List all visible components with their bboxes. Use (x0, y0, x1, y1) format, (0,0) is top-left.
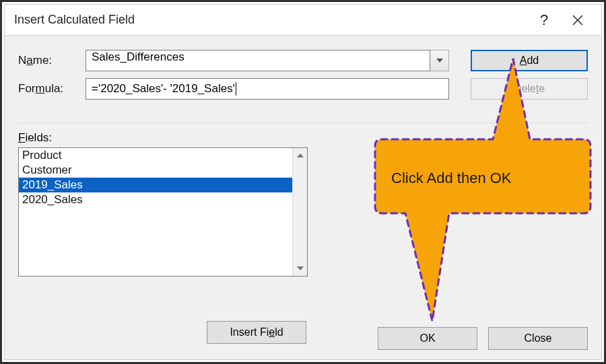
svg-marker-4 (297, 266, 304, 270)
name-value-text: Sales_Differences (92, 50, 184, 63)
button-label: OK (419, 332, 435, 344)
add-button[interactable]: Add (471, 50, 588, 71)
delete-button: Delete (471, 78, 588, 100)
name-input[interactable]: Sales_Differences (86, 50, 430, 71)
chevron-up-icon (297, 153, 304, 157)
svg-marker-2 (436, 59, 443, 63)
close-button[interactable]: Close (488, 327, 588, 350)
fields-listbox[interactable]: ProductCustomer2019_Sales2020_Sales (18, 147, 308, 277)
label-text: F (18, 131, 25, 144)
ok-button[interactable]: OK (378, 327, 477, 350)
label-text: me: (33, 54, 52, 67)
label-text: ula: (45, 82, 63, 95)
label-text: N (18, 54, 26, 67)
list-item[interactable]: Product (19, 148, 292, 163)
formula-value-text: ='2020_Sales'- '2019_Sales' (92, 82, 235, 96)
separator (18, 122, 588, 123)
chevron-down-icon (297, 266, 304, 270)
button-label: Dele (514, 83, 536, 94)
list-item[interactable]: 2019_Sales (19, 178, 292, 192)
text-caret (236, 82, 236, 96)
close-x-button[interactable] (561, 5, 595, 35)
fields-label: Fields: (18, 131, 588, 145)
button-label: Close (525, 332, 552, 344)
button-label: e (269, 326, 275, 338)
list-item[interactable]: Customer (19, 163, 292, 178)
formula-label: Formula: (18, 82, 86, 96)
name-dropdown-button[interactable] (430, 50, 449, 71)
button-label: Insert Fi (230, 326, 269, 338)
insert-field-button[interactable]: Insert Field (207, 321, 306, 344)
titlebar: Insert Calculated Field ? (5, 5, 601, 36)
scrollbar[interactable] (292, 148, 307, 276)
close-icon (572, 15, 583, 26)
label-text: m (36, 82, 45, 95)
help-icon: ? (540, 11, 548, 29)
name-label: Name: (18, 54, 86, 67)
button-label: e (539, 83, 545, 94)
label-text: ields: (25, 131, 52, 144)
formula-input[interactable]: ='2020_Sales'- '2019_Sales' (86, 78, 449, 100)
button-label: ld (275, 326, 283, 338)
dialog-insert-calculated-field: Insert Calculated Field ? Name: (4, 4, 602, 360)
scroll-down-button[interactable] (293, 261, 307, 276)
label-text: a (26, 54, 32, 67)
button-label: A (520, 54, 527, 66)
svg-marker-3 (297, 153, 304, 157)
dialog-title: Insert Calculated Field (14, 13, 527, 27)
help-button[interactable]: ? (527, 5, 561, 35)
label-text: For (18, 82, 36, 95)
button-label: dd (527, 54, 539, 66)
list-item[interactable]: 2020_Sales (19, 192, 292, 207)
scroll-up-button[interactable] (293, 148, 307, 163)
chevron-down-icon (436, 59, 443, 63)
